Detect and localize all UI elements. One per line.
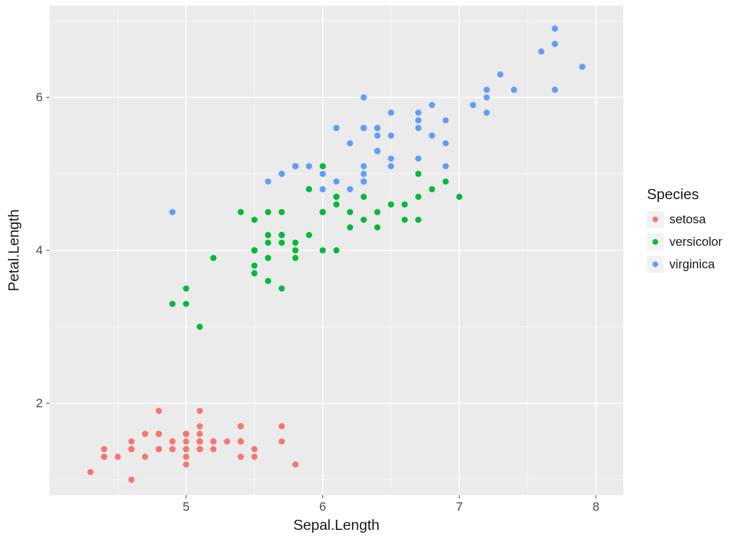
data-point-virginica: [388, 155, 394, 161]
data-point-virginica: [361, 163, 367, 169]
data-point-versicolor: [306, 186, 312, 192]
legend-swatch: [647, 211, 664, 228]
data-point-setosa: [238, 438, 244, 444]
data-point-virginica: [388, 110, 394, 116]
data-point-virginica: [374, 133, 380, 139]
data-point-virginica: [320, 171, 326, 177]
data-point-versicolor: [320, 248, 326, 254]
y-tick-label: 2: [36, 396, 43, 410]
legend-item-setosa: setosa: [647, 211, 748, 228]
y-axis-title: Petal.Length: [5, 209, 22, 291]
data-point-setosa: [101, 454, 107, 460]
data-point-versicolor: [320, 209, 326, 215]
data-point-versicolor: [265, 240, 271, 246]
data-point-setosa: [224, 438, 230, 444]
data-point-virginica: [552, 87, 558, 93]
data-point-virginica: [169, 209, 176, 215]
data-point-setosa: [278, 423, 285, 429]
data-point-setosa: [128, 476, 134, 483]
data-point-setosa: [142, 431, 148, 437]
data-point-versicolor: [238, 209, 244, 215]
data-point-virginica: [388, 133, 394, 139]
data-point-setosa: [278, 438, 285, 444]
legend-item-virginica: virginica: [647, 256, 748, 273]
data-point-versicolor: [265, 278, 271, 284]
data-point-setosa: [183, 438, 189, 444]
data-point-versicolor: [292, 255, 299, 261]
legend: Species setosaversicolorvirginica: [647, 186, 748, 278]
data-point-versicolor: [183, 301, 189, 307]
data-point-virginica: [265, 178, 271, 184]
data-point-virginica: [443, 117, 449, 123]
data-point-virginica: [278, 171, 285, 177]
data-point-virginica: [347, 186, 353, 192]
data-point-virginica: [361, 125, 367, 131]
data-point-setosa: [210, 438, 217, 444]
data-point-setosa: [183, 446, 189, 452]
data-point-virginica: [415, 117, 421, 123]
data-point-setosa: [169, 446, 176, 452]
data-point-virginica: [374, 148, 380, 154]
data-point-setosa: [292, 461, 299, 467]
legend-item-versicolor: versicolor: [647, 233, 748, 250]
data-point-versicolor: [334, 194, 340, 200]
data-point-virginica: [429, 102, 435, 108]
data-point-setosa: [115, 454, 121, 460]
data-point-virginica: [415, 155, 421, 161]
data-point-versicolor: [456, 194, 462, 200]
data-point-virginica: [484, 110, 490, 116]
data-point-setosa: [197, 438, 203, 444]
data-point-versicolor: [361, 217, 367, 223]
data-point-versicolor: [265, 255, 271, 261]
data-point-versicolor: [402, 201, 408, 208]
data-point-virginica: [415, 125, 421, 131]
data-point-setosa: [169, 438, 176, 444]
x-axis-title: Sepal.Length: [293, 516, 379, 533]
data-point-setosa: [197, 446, 203, 452]
data-point-virginica: [388, 163, 394, 169]
data-point-setosa: [142, 454, 148, 460]
data-point-setosa: [183, 461, 189, 467]
data-point-versicolor: [251, 263, 258, 269]
data-point-setosa: [156, 431, 162, 437]
data-point-virginica: [334, 178, 340, 184]
data-point-virginica: [470, 102, 476, 108]
data-point-virginica: [361, 94, 367, 101]
data-point-versicolor: [347, 209, 353, 215]
legend-swatch: [647, 256, 664, 273]
x-tick-label: 6: [320, 500, 326, 514]
data-point-virginica: [292, 163, 299, 169]
data-point-setosa: [128, 446, 134, 452]
data-point-versicolor: [278, 209, 285, 215]
data-point-virginica: [484, 94, 490, 101]
data-point-setosa: [251, 446, 258, 452]
data-point-setosa: [197, 431, 203, 437]
data-point-versicolor: [320, 163, 326, 169]
data-point-setosa: [156, 446, 162, 452]
data-point-versicolor: [210, 255, 217, 261]
data-point-versicolor: [265, 232, 271, 238]
data-point-virginica: [306, 163, 312, 169]
data-point-setosa: [210, 446, 217, 452]
data-point-versicolor: [443, 178, 449, 184]
data-point-setosa: [87, 469, 93, 475]
data-point-versicolor: [183, 285, 189, 291]
data-point-setosa: [183, 454, 189, 460]
data-point-versicolor: [278, 240, 285, 246]
data-point-virginica: [538, 48, 544, 55]
data-point-setosa: [156, 408, 162, 414]
data-point-virginica: [361, 171, 367, 177]
data-point-virginica: [415, 110, 421, 116]
legend-dot-icon: [652, 262, 658, 267]
data-point-virginica: [429, 133, 435, 139]
data-point-versicolor: [347, 224, 353, 231]
data-point-versicolor: [429, 186, 435, 192]
data-point-versicolor: [197, 323, 203, 330]
data-point-versicolor: [292, 240, 299, 246]
data-point-versicolor: [251, 270, 258, 276]
data-point-virginica: [361, 178, 367, 184]
data-point-versicolor: [415, 217, 421, 223]
data-point-virginica: [334, 125, 340, 131]
data-point-virginica: [579, 64, 586, 70]
data-point-versicolor: [278, 232, 285, 238]
